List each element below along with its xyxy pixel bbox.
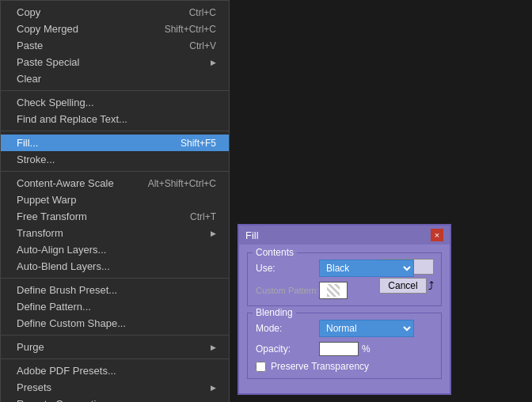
menu-item-copy[interactable]: CopyCtrl+C bbox=[1, 4, 229, 21]
menu-separator bbox=[1, 171, 229, 172]
menu-item-label: Find and Replace Text... bbox=[17, 113, 127, 125]
menu-item-check-spelling[interactable]: Check Spelling... bbox=[1, 94, 229, 111]
context-menu: CopyCtrl+CCopy MergedShift+Ctrl+CPasteCt… bbox=[0, 0, 230, 402]
menu-item-label: Purge bbox=[17, 341, 44, 353]
menu-item-paste[interactable]: PasteCtrl+V bbox=[1, 37, 229, 54]
mode-label: Mode: bbox=[256, 323, 319, 334]
blending-title: Blending bbox=[253, 307, 296, 318]
contents-title: Contents bbox=[253, 247, 297, 258]
menu-item-label: Transform bbox=[17, 227, 63, 239]
menu-item-define-brush[interactable]: Define Brush Preset... bbox=[1, 282, 229, 298]
menu-item-define-shape[interactable]: Define Custom Shape... bbox=[1, 315, 229, 332]
dialog-body: OK Cancel ⤴ Contents Use: BlackWhiteColo… bbox=[239, 245, 450, 393]
menu-item-define-pattern[interactable]: Define Pattern... bbox=[1, 298, 229, 315]
submenu-arrow-icon: ▶ bbox=[211, 343, 216, 351]
menu-item-label: Define Brush Preset... bbox=[17, 284, 117, 296]
menu-item-presets[interactable]: Presets▶ bbox=[1, 379, 229, 396]
menu-separator bbox=[1, 335, 229, 336]
submenu-arrow-icon: ▶ bbox=[211, 59, 216, 66]
custom-pattern-preview[interactable] bbox=[319, 282, 348, 299]
menu-item-label: Define Custom Shape... bbox=[17, 317, 126, 329]
menu-item-label: Puppet Warp bbox=[17, 194, 76, 206]
menu-item-fill[interactable]: Fill...Shift+F5 bbox=[1, 135, 229, 151]
menu-item-label: Auto-Blend Layers... bbox=[17, 260, 110, 272]
menu-item-puppet-warp[interactable]: Puppet Warp bbox=[1, 192, 229, 208]
menu-item-shortcut: Alt+Shift+Ctrl+C bbox=[148, 178, 216, 189]
menu-item-copy-merged[interactable]: Copy MergedShift+Ctrl+C bbox=[1, 21, 229, 37]
preserve-checkbox[interactable] bbox=[256, 362, 266, 372]
menu-item-pdf-presets[interactable]: Adobe PDF Presets... bbox=[1, 362, 229, 379]
menu-item-shortcut: Ctrl+V bbox=[189, 40, 216, 51]
menu-item-clear[interactable]: Clear bbox=[1, 70, 229, 87]
menu-item-label: Copy Merged bbox=[17, 23, 78, 35]
mode-select[interactable]: NormalDissolveMultiplyScreenOverlay bbox=[319, 320, 414, 337]
menu-item-label: Clear bbox=[17, 73, 41, 85]
menu-item-shortcut: Ctrl+C bbox=[189, 7, 216, 18]
custom-pattern-row: Custom Pattern: bbox=[256, 282, 433, 299]
submenu-arrow-icon: ▶ bbox=[211, 229, 216, 237]
use-row: Use: BlackWhiteColor...Content-AwarePatt… bbox=[256, 260, 433, 277]
menu-item-transform[interactable]: Transform▶ bbox=[1, 225, 229, 241]
opacity-label: Opacity: bbox=[256, 343, 319, 355]
menu-item-label: Paste bbox=[17, 40, 43, 51]
menu-item-paste-special[interactable]: Paste Special▶ bbox=[1, 54, 229, 70]
preserve-label: Preserve Transparency bbox=[271, 361, 369, 372]
menu-item-label: Define Pattern... bbox=[17, 301, 91, 313]
custom-pattern-label: Custom Pattern: bbox=[256, 286, 319, 295]
menu-item-label: Adobe PDF Presets... bbox=[17, 365, 116, 377]
menu-item-purge[interactable]: Purge▶ bbox=[1, 339, 229, 355]
menu-item-label: Stroke... bbox=[17, 154, 55, 165]
menu-item-remote[interactable]: Remote Connections... bbox=[1, 396, 229, 402]
pattern-checkerboard bbox=[327, 284, 340, 297]
fill-dialog: Fill × OK Cancel ⤴ Contents Use: BlackWh… bbox=[238, 224, 451, 395]
menu-item-label: Presets bbox=[17, 381, 51, 393]
menu-item-label: Paste Special bbox=[17, 56, 80, 68]
menu-item-shortcut: Ctrl+T bbox=[190, 211, 216, 222]
dialog-title: Fill bbox=[245, 229, 259, 241]
percent-symbol: % bbox=[362, 343, 370, 355]
use-select[interactable]: BlackWhiteColor...Content-AwarePatternHi… bbox=[319, 260, 414, 277]
menu-separator bbox=[1, 358, 229, 359]
submenu-arrow-icon: ▶ bbox=[211, 384, 216, 392]
opacity-row: Opacity: 100 % bbox=[256, 342, 433, 356]
menu-item-label: Fill... bbox=[17, 137, 38, 149]
menu-item-label: Free Transform bbox=[17, 210, 87, 222]
menu-item-stroke[interactable]: Stroke... bbox=[1, 151, 229, 168]
dialog-titlebar: Fill × bbox=[239, 226, 450, 245]
blending-section: Blending Mode: NormalDissolveMultiplyScr… bbox=[247, 313, 442, 379]
dialog-close-button[interactable]: × bbox=[431, 229, 443, 241]
menu-separator bbox=[1, 90, 229, 91]
menu-separator bbox=[1, 278, 229, 279]
menu-item-shortcut: Shift+F5 bbox=[180, 138, 216, 149]
preserve-row: Preserve Transparency bbox=[256, 361, 433, 372]
menu-item-free-transform[interactable]: Free TransformCtrl+T bbox=[1, 208, 229, 225]
menu-item-find-replace[interactable]: Find and Replace Text... bbox=[1, 111, 229, 127]
menu-item-label: Copy bbox=[17, 6, 40, 18]
menu-item-content-aware-scale[interactable]: Content-Aware ScaleAlt+Shift+Ctrl+C bbox=[1, 175, 229, 192]
menu-item-auto-blend[interactable]: Auto-Blend Layers... bbox=[1, 258, 229, 275]
menu-item-auto-align[interactable]: Auto-Align Layers... bbox=[1, 241, 229, 258]
menu-item-label: Auto-Align Layers... bbox=[17, 244, 106, 256]
menu-item-shortcut: Shift+Ctrl+C bbox=[165, 24, 216, 35]
menu-item-label: Content-Aware Scale bbox=[17, 177, 114, 189]
menu-item-label: Check Spelling... bbox=[17, 97, 94, 108]
use-label: Use: bbox=[256, 263, 319, 274]
menu-separator bbox=[1, 131, 229, 131]
mode-row: Mode: NormalDissolveMultiplyScreenOverla… bbox=[256, 320, 433, 337]
contents-section: Contents Use: BlackWhiteColor...Content-… bbox=[247, 252, 442, 306]
opacity-input[interactable]: 100 bbox=[319, 342, 359, 356]
menu-item-label: Remote Connections... bbox=[17, 398, 121, 402]
